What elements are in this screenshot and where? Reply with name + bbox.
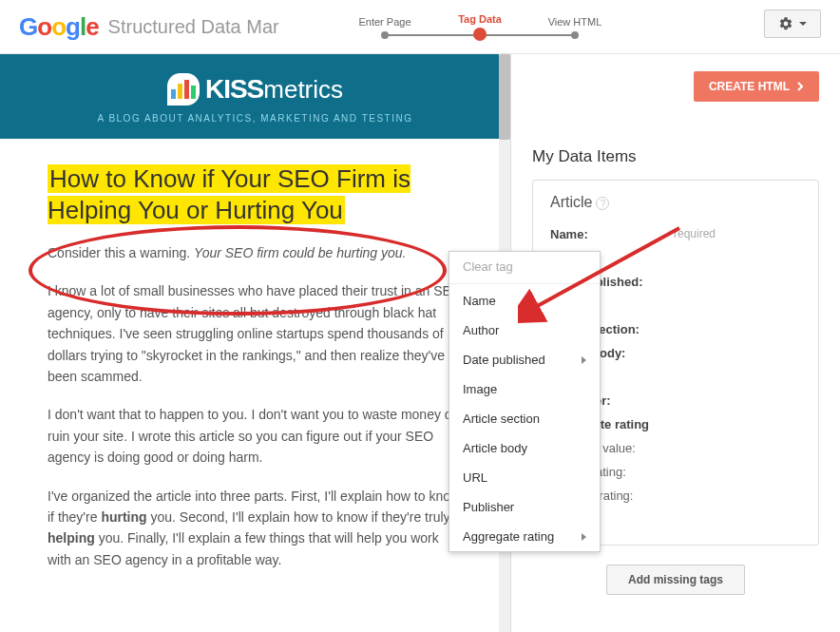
- field-row[interactable]: Name:required: [550, 222, 801, 246]
- blog-tagline: A BLOG ABOUT ANALYTICS, MARKETING AND TE…: [0, 113, 510, 124]
- menu-item-author[interactable]: Author: [449, 316, 600, 345]
- progress-steps: Enter Page Tag Data View HTML: [337, 13, 622, 43]
- menu-item-aggregate-rating[interactable]: Aggregate rating: [449, 522, 600, 551]
- article-title[interactable]: How to Know if Your SEO Firm is Helping …: [48, 163, 463, 225]
- menu-item-article-section[interactable]: Article section: [449, 404, 600, 433]
- article-body[interactable]: How to Know if Your SEO Firm is Helping …: [0, 163, 510, 570]
- step-tag-data[interactable]: Tag Data: [432, 13, 527, 43]
- menu-item-article-body[interactable]: Article body: [449, 433, 600, 463]
- kissmetrics-logo-icon: [167, 73, 200, 105]
- step-enter-page[interactable]: Enter Page: [337, 16, 432, 41]
- caret-down-icon: [799, 22, 807, 26]
- menu-item-name[interactable]: Name: [449, 286, 600, 316]
- blog-header: KISSmetrics A BLOG ABOUT ANALYTICS, MARK…: [0, 54, 510, 139]
- menu-item-image[interactable]: Image: [449, 374, 600, 404]
- field-label: Name:: [550, 227, 674, 241]
- add-missing-tags-button[interactable]: Add missing tags: [606, 565, 745, 595]
- card-title: Article?: [550, 194, 801, 211]
- google-logo: Google: [19, 12, 99, 42]
- gear-icon: [778, 16, 793, 31]
- article-paragraph[interactable]: I don't want that to happen to you. I do…: [48, 404, 463, 468]
- field-required: required: [674, 227, 716, 241]
- menu-clear-tag: Clear tag: [449, 252, 600, 281]
- create-html-button[interactable]: CREATE HTML: [694, 71, 819, 102]
- help-icon[interactable]: ?: [596, 197, 609, 210]
- article-paragraph[interactable]: I've organized the article into three pa…: [48, 486, 463, 571]
- app-title: Structured Data Mar: [108, 16, 279, 38]
- settings-button[interactable]: [764, 10, 821, 38]
- article-intro[interactable]: Consider this a warning. Your SEO firm c…: [48, 242, 463, 263]
- submenu-arrow-icon: [582, 356, 586, 364]
- page-preview[interactable]: KISSmetrics A BLOG ABOUT ANALYTICS, MARK…: [0, 54, 511, 632]
- menu-item-date-published[interactable]: Date published: [449, 345, 600, 374]
- tag-context-menu: Clear tag NameAuthorDate publishedImageA…: [449, 251, 601, 552]
- step-view-html[interactable]: View HTML: [527, 16, 622, 41]
- menu-item-publisher[interactable]: Publisher: [449, 492, 600, 522]
- menu-item-url[interactable]: URL: [449, 463, 600, 492]
- sidebar-heading: My Data Items: [532, 102, 819, 166]
- article-paragraph[interactable]: I know a lot of small businesses who hav…: [48, 280, 463, 387]
- submenu-arrow-icon: [582, 533, 586, 541]
- app-header: Google Structured Data Mar Enter Page Ta…: [0, 0, 840, 53]
- chevron-right-icon: [797, 82, 804, 91]
